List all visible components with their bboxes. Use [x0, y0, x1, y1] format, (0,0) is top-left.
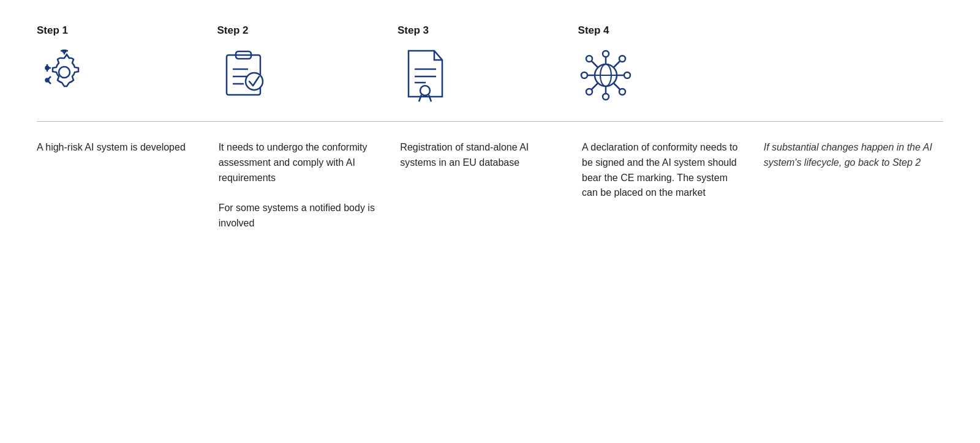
note-header-col: [758, 24, 943, 103]
steps-body: A high-risk AI system is developed It ne…: [37, 140, 943, 231]
divider: [37, 121, 943, 122]
step1-description: A high-risk AI system is developed: [37, 142, 186, 152]
svg-point-25: [603, 51, 609, 57]
svg-line-39: [592, 83, 598, 89]
step1-label: Step 1: [37, 24, 68, 37]
svg-point-7: [62, 50, 66, 53]
step3-body: Registration of stand-alone AI systems i…: [400, 140, 582, 171]
svg-line-20: [419, 95, 421, 102]
step4-label: Step 4: [578, 24, 609, 37]
step1-body: A high-risk AI system is developed: [37, 140, 219, 155]
step3-description: Registration of stand-alone AI systems i…: [400, 142, 529, 168]
svg-point-8: [45, 66, 48, 69]
step2-label: Step 2: [217, 24, 249, 37]
svg-point-31: [586, 89, 592, 95]
svg-line-21: [429, 95, 431, 102]
step3-header-col: Step 3: [398, 24, 578, 103]
svg-point-19: [420, 86, 430, 95]
page-container: Step 1: [0, 0, 980, 256]
svg-point-32: [619, 89, 625, 95]
step4-header-col: Step 4: [578, 24, 759, 103]
gear-circuit-icon: [37, 48, 92, 103]
svg-point-26: [603, 94, 609, 100]
note-body: If substantial changes happen in the AI …: [764, 140, 943, 171]
step4-body: A declaration of conformity needs to be …: [582, 140, 764, 201]
svg-line-37: [592, 61, 598, 67]
svg-point-27: [581, 72, 587, 78]
svg-point-30: [619, 56, 625, 62]
svg-line-38: [614, 61, 620, 67]
step1-header-col: Step 1: [37, 24, 217, 103]
svg-point-15: [246, 73, 263, 90]
svg-line-40: [614, 83, 620, 89]
step2-header-col: Step 2: [217, 24, 398, 103]
step2-description: It needs to undergo the conformity asses…: [219, 142, 375, 228]
globe-network-icon: [578, 48, 633, 103]
step2-body: It needs to undergo the conformity asses…: [219, 140, 401, 231]
certificate-icon: [398, 48, 453, 103]
svg-point-28: [624, 72, 630, 78]
step3-label: Step 3: [398, 24, 429, 37]
svg-point-9: [45, 78, 48, 81]
step4-description: A declaration of conformity needs to be …: [582, 142, 737, 198]
steps-header: Step 1: [37, 24, 943, 103]
checklist-icon: [217, 48, 273, 103]
svg-point-0: [59, 67, 70, 78]
lifecycle-note: If substantial changes happen in the AI …: [764, 142, 932, 168]
svg-point-29: [586, 56, 592, 62]
